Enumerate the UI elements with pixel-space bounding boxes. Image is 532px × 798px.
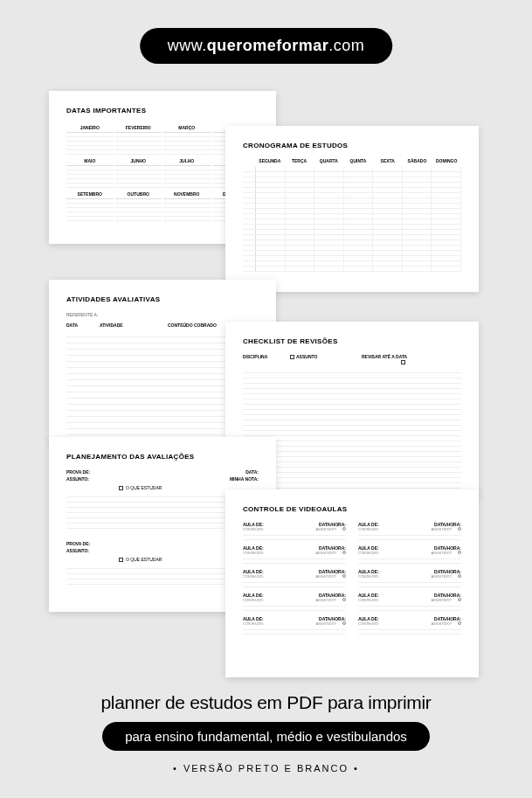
month-label: MARÇO (163, 123, 211, 132)
assistido-label: ASSISTIDO? (315, 551, 336, 555)
conteudo-label: CONTEÚDO: (358, 551, 379, 555)
page-subtitle: REFERENTE A: (66, 312, 259, 317)
month-label: JUNHO (115, 156, 162, 165)
product-subtitle-badge: para ensino fundamental, médio e vestibu… (102, 722, 430, 751)
checkbox-icon (290, 355, 294, 359)
url-prefix: www. (168, 37, 207, 54)
conteudo-label: CONTEÚDO: (243, 574, 264, 579)
url-suffix: .com (328, 37, 364, 54)
circle-icon (342, 621, 346, 625)
conteudo-label: CONTEÚDO: (358, 574, 379, 579)
circle-icon (458, 527, 461, 531)
version-label: •VERSÃO PRETO E BRANCO• (0, 763, 532, 774)
video-block: AULA DE:DATA/HORA: CONTEÚDO:ASSISTIDO? (243, 522, 346, 540)
video-block: AULA DE:DATA/HORA: CONTEÚDO:ASSISTIDO? (243, 545, 346, 564)
page-title: DATAS IMPORTANTES (66, 107, 259, 114)
col-header: DATA (66, 323, 93, 328)
video-block: AULA DE:DATA/HORA: CONTEÚDO:ASSISTIDO? (243, 593, 346, 611)
weekday-label: DOMINGO (432, 158, 461, 163)
weekday-header: SEGUNDA TERÇA QUARTA QUINTA SEXTA SÁBADO… (255, 158, 461, 163)
weekday-label: SEXTA (373, 158, 403, 163)
video-block: AULA DE:DATA/HORA: CONTEÚDO:ASSISTIDO? (243, 569, 346, 587)
conteudo-label: CONTEÚDO: (243, 551, 264, 555)
assistido-label: ASSISTIDO? (431, 574, 452, 579)
page-title: PLANEJAMENTO DAS AVALIAÇÕES (66, 453, 259, 461)
page-cronograma: CRONOGRAMA DE ESTUDOS SEGUNDA TERÇA QUAR… (225, 126, 479, 292)
weekday-label: TERÇA (285, 158, 314, 163)
dot-icon: • (354, 763, 359, 774)
video-block: AULA DE:DATA/HORA: CONTEÚDO:ASSISTIDO? (358, 569, 461, 587)
video-block: AULA DE:DATA/HORA: CONTEÚDO:ASSISTIDO? (358, 545, 461, 564)
video-grid: AULA DE:DATA/HORA: CONTEÚDO:ASSISTIDO? A… (243, 522, 461, 635)
schedule-grid (243, 167, 461, 272)
weekday-label: SÁBADO (403, 158, 432, 163)
page-title: CHECKLIST DE REVISÕES (243, 337, 461, 345)
table-header: DISCIPLINA ASSUNTO REVISAR ATÉ A DATA (243, 354, 461, 364)
checkbox-icon (401, 360, 405, 364)
assistido-label: ASSISTIDO? (315, 574, 336, 579)
video-block: AULA DE:DATA/HORA: CONTEÚDO:ASSISTIDO? (358, 616, 461, 635)
col-header: REVISAR ATÉ A DATA (355, 354, 407, 364)
month-label: FEVEREIRO (115, 123, 162, 132)
page-title: CRONOGRAMA DE ESTUDOS (243, 142, 461, 149)
nota-label: MINHA NOTA: (206, 476, 259, 482)
conteudo-label: CONTEÚDO: (243, 598, 264, 602)
conteudo-label: CONTEÚDO: (358, 527, 379, 531)
col-header: ATIVIDADE (100, 323, 161, 328)
video-block: AULA DE:DATA/HORA: CONTEÚDO:ASSISTIDO? (358, 593, 461, 611)
circle-icon (458, 574, 461, 578)
month-label: JULHO (163, 156, 211, 165)
page-title: CONTROLE DE VIDEOAULAS (243, 505, 461, 513)
month-label: OUTUBRO (115, 190, 162, 198)
website-url-badge: www.queromeformar.com (140, 28, 393, 64)
circle-icon (458, 621, 461, 625)
checkbox-icon (119, 486, 123, 490)
assistido-label: ASSISTIDO? (315, 621, 336, 626)
video-block: AULA DE:DATA/HORA: CONTEÚDO:ASSISTIDO? (358, 522, 461, 540)
page-title: ATIVIDADES AVALIATIVAS (66, 295, 259, 303)
circle-icon (342, 527, 346, 531)
circle-icon (342, 551, 346, 554)
weekday-label: QUARTA (314, 158, 343, 163)
assistido-label: ASSISTIDO? (431, 551, 452, 555)
assistido-label: ASSISTIDO? (431, 527, 452, 531)
circle-icon (342, 598, 346, 601)
assunto-label: ASSUNTO: (66, 548, 106, 553)
checkbox-icon (119, 558, 123, 562)
circle-icon (458, 551, 461, 554)
month-label: SETEMBRO (66, 190, 114, 198)
product-title: planner de estudos em PDF para imprimir (0, 692, 532, 713)
assistido-label: ASSISTIDO? (315, 527, 336, 531)
circle-icon (342, 574, 346, 578)
month-label: NOVEMBRO (163, 190, 211, 198)
col-header: DISCIPLINA (243, 354, 287, 364)
conteudo-label: CONTEÚDO: (243, 527, 264, 531)
assistido-label: ASSISTIDO? (431, 621, 452, 626)
month-label: JANEIRO (66, 123, 114, 132)
conteudo-label: CONTEÚDO: (358, 598, 379, 602)
assunto-label: ASSUNTO: (66, 476, 106, 482)
month-label: MAIO (66, 156, 114, 165)
conteudo-label: CONTEÚDO: (243, 621, 264, 626)
conteudo-label: CONTEÚDO: (358, 621, 379, 626)
data-label: DATA: (206, 469, 259, 475)
assistido-label: ASSISTIDO? (315, 598, 336, 602)
weekday-label: QUINTA (343, 158, 373, 163)
prova-label: PROVA DE: (66, 469, 106, 475)
dot-icon: • (173, 763, 178, 774)
weekday-label: SEGUNDA (255, 158, 285, 163)
prova-label: PROVA DE: (66, 541, 106, 546)
video-block: AULA DE:DATA/HORA: CONTEÚDO:ASSISTIDO? (243, 616, 346, 635)
page-videoaulas: CONTROLE DE VIDEOAULAS AULA DE:DATA/HORA… (225, 489, 479, 677)
col-header: ASSUNTO (290, 354, 351, 364)
url-domain: queromeformar (207, 37, 329, 54)
bottom-section: planner de estudos em PDF para imprimir … (0, 692, 532, 774)
assistido-label: ASSISTIDO? (431, 598, 452, 602)
circle-icon (458, 598, 461, 601)
